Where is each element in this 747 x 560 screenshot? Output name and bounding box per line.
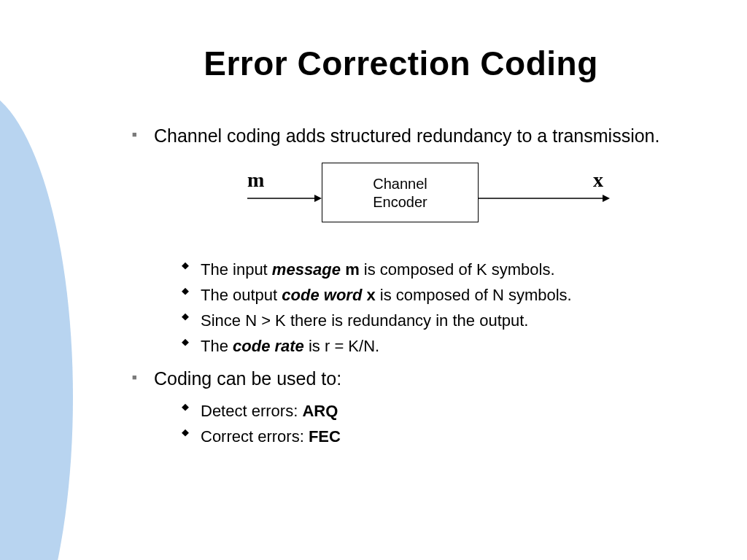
bullet-text: Channel coding adds structured redundanc… [154,125,659,146]
bold-text: x [362,286,375,304]
text: is composed of N symbols. [376,286,572,304]
diagram-output-label: x [593,166,603,194]
encoder-box: Channel Encoder [322,163,479,222]
svg-marker-3 [603,195,610,202]
bullet-item: Coding can be used to: Detect errors: AR… [128,367,696,450]
sub-bullet-item: The code rate is r = K/N. [180,333,696,359]
text: Detect errors: [201,402,302,420]
bold-text: m [341,260,360,279]
text: is r = K/N. [304,337,379,355]
slide-title: Error Correction Coding [106,44,696,83]
channel-encoder-diagram: m Channel Encoder x [234,160,643,241]
sub-bullet-item: Since N > K there is redundancy in the o… [180,308,696,333]
em-text: code rate [233,337,304,355]
text: The output [201,286,282,304]
arrow-output-icon [479,193,610,211]
box-line2: Encoder [322,193,478,211]
bold-text: FEC [309,427,341,446]
text: Correct errors: [201,427,309,446]
bullet-list-level2: The input message m is composed of K sym… [180,257,696,359]
bold-text: ARQ [302,402,338,420]
sub-bullet-item: Detect errors: ARQ [180,398,696,424]
em-text: message [272,260,341,279]
box-line1: Channel [322,175,478,193]
bullet-list-level2: Detect errors: ARQ Correct errors: FEC [180,398,696,449]
sub-bullet-item: Correct errors: FEC [180,424,696,449]
arrow-input-icon [247,193,322,211]
text: The input [201,260,272,279]
text: The [201,337,233,355]
sub-bullet-item: The output code word x is composed of N … [180,282,696,308]
bullet-text: Coding can be used to: [154,368,341,389]
slide-content: Error Correction Coding Channel coding a… [0,0,747,450]
diagram-input-label: m [247,166,264,194]
text: Since N > K there is redundancy in the o… [201,311,528,330]
svg-marker-1 [314,195,322,202]
bullet-item: Channel coding adds structured redundanc… [128,124,696,359]
bullet-list-level1: Channel coding adds structured redundanc… [128,124,696,450]
sub-bullet-item: The input message m is composed of K sym… [180,257,696,282]
text: is composed of K symbols. [360,260,555,279]
em-text: code word [282,286,362,304]
